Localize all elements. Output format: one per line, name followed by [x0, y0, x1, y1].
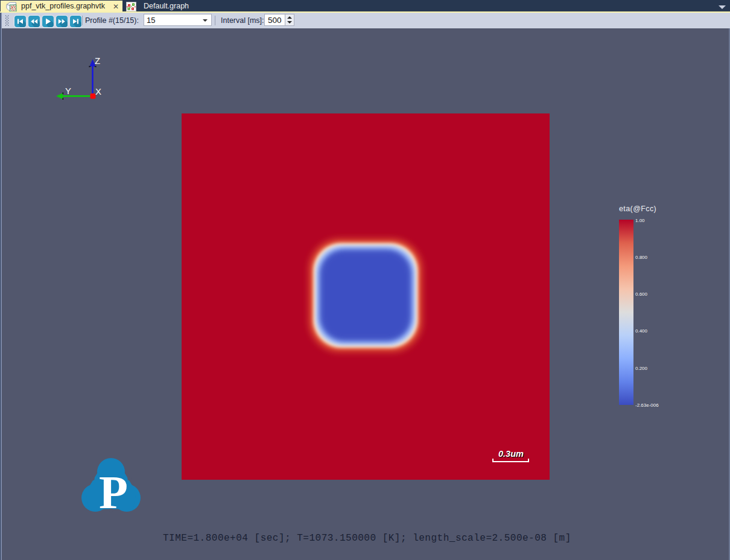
svg-text:P: P — [99, 466, 128, 515]
